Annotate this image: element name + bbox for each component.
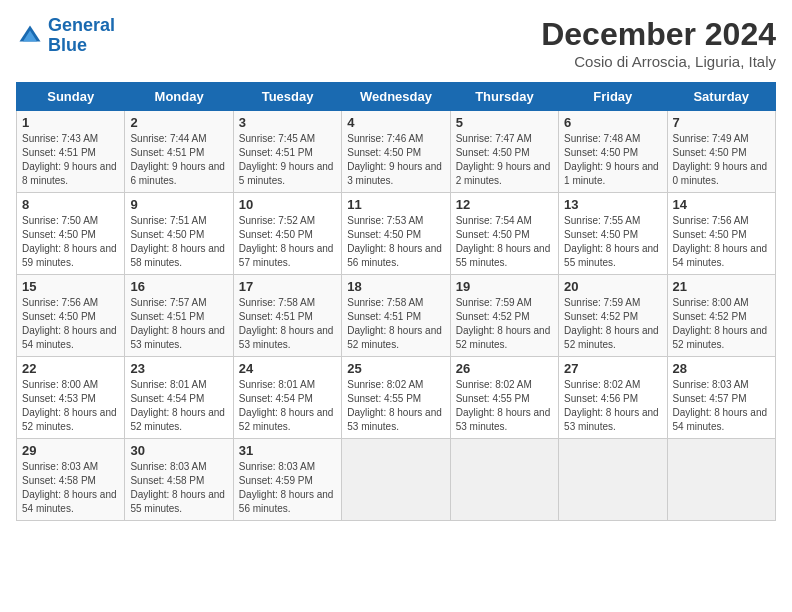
day-number: 1 xyxy=(22,115,119,130)
day-number: 28 xyxy=(673,361,770,376)
calendar-cell: 8 Sunrise: 7:50 AMSunset: 4:50 PMDayligh… xyxy=(17,193,125,275)
day-info: Sunrise: 8:02 AMSunset: 4:55 PMDaylight:… xyxy=(347,379,442,432)
day-number: 19 xyxy=(456,279,553,294)
calendar-cell: 27 Sunrise: 8:02 AMSunset: 4:56 PMDaylig… xyxy=(559,357,667,439)
day-info: Sunrise: 7:47 AMSunset: 4:50 PMDaylight:… xyxy=(456,133,551,186)
day-info: Sunrise: 7:49 AMSunset: 4:50 PMDaylight:… xyxy=(673,133,768,186)
week-row-4: 22 Sunrise: 8:00 AMSunset: 4:53 PMDaylig… xyxy=(17,357,776,439)
calendar-title: December 2024 xyxy=(541,16,776,53)
day-number: 9 xyxy=(130,197,227,212)
calendar-cell: 25 Sunrise: 8:02 AMSunset: 4:55 PMDaylig… xyxy=(342,357,450,439)
calendar-subtitle: Cosio di Arroscia, Liguria, Italy xyxy=(541,53,776,70)
logo-line2: Blue xyxy=(48,35,87,55)
day-info: Sunrise: 7:59 AMSunset: 4:52 PMDaylight:… xyxy=(456,297,551,350)
day-info: Sunrise: 7:55 AMSunset: 4:50 PMDaylight:… xyxy=(564,215,659,268)
day-info: Sunrise: 7:46 AMSunset: 4:50 PMDaylight:… xyxy=(347,133,442,186)
day-info: Sunrise: 8:01 AMSunset: 4:54 PMDaylight:… xyxy=(130,379,225,432)
logo-line1: General xyxy=(48,15,115,35)
calendar-cell: 14 Sunrise: 7:56 AMSunset: 4:50 PMDaylig… xyxy=(667,193,775,275)
day-info: Sunrise: 7:58 AMSunset: 4:51 PMDaylight:… xyxy=(239,297,334,350)
calendar-cell: 31 Sunrise: 8:03 AMSunset: 4:59 PMDaylig… xyxy=(233,439,341,521)
day-info: Sunrise: 8:00 AMSunset: 4:53 PMDaylight:… xyxy=(22,379,117,432)
day-number: 21 xyxy=(673,279,770,294)
col-friday: Friday xyxy=(559,83,667,111)
calendar-cell xyxy=(342,439,450,521)
day-number: 15 xyxy=(22,279,119,294)
calendar-header: Sunday Monday Tuesday Wednesday Thursday… xyxy=(17,83,776,111)
day-info: Sunrise: 8:02 AMSunset: 4:55 PMDaylight:… xyxy=(456,379,551,432)
calendar-cell xyxy=(559,439,667,521)
day-number: 29 xyxy=(22,443,119,458)
day-number: 5 xyxy=(456,115,553,130)
day-number: 31 xyxy=(239,443,336,458)
calendar-cell: 16 Sunrise: 7:57 AMSunset: 4:51 PMDaylig… xyxy=(125,275,233,357)
day-number: 25 xyxy=(347,361,444,376)
col-sunday: Sunday xyxy=(17,83,125,111)
calendar-cell: 23 Sunrise: 8:01 AMSunset: 4:54 PMDaylig… xyxy=(125,357,233,439)
calendar-cell: 24 Sunrise: 8:01 AMSunset: 4:54 PMDaylig… xyxy=(233,357,341,439)
day-number: 4 xyxy=(347,115,444,130)
calendar-cell: 29 Sunrise: 8:03 AMSunset: 4:58 PMDaylig… xyxy=(17,439,125,521)
calendar-cell: 13 Sunrise: 7:55 AMSunset: 4:50 PMDaylig… xyxy=(559,193,667,275)
calendar-cell: 21 Sunrise: 8:00 AMSunset: 4:52 PMDaylig… xyxy=(667,275,775,357)
day-number: 12 xyxy=(456,197,553,212)
calendar-cell: 12 Sunrise: 7:54 AMSunset: 4:50 PMDaylig… xyxy=(450,193,558,275)
calendar-body: 1 Sunrise: 7:43 AMSunset: 4:51 PMDayligh… xyxy=(17,111,776,521)
calendar-cell: 22 Sunrise: 8:00 AMSunset: 4:53 PMDaylig… xyxy=(17,357,125,439)
day-info: Sunrise: 8:03 AMSunset: 4:58 PMDaylight:… xyxy=(130,461,225,514)
calendar-cell: 17 Sunrise: 7:58 AMSunset: 4:51 PMDaylig… xyxy=(233,275,341,357)
day-number: 10 xyxy=(239,197,336,212)
calendar-cell: 3 Sunrise: 7:45 AMSunset: 4:51 PMDayligh… xyxy=(233,111,341,193)
day-info: Sunrise: 8:03 AMSunset: 4:58 PMDaylight:… xyxy=(22,461,117,514)
col-wednesday: Wednesday xyxy=(342,83,450,111)
day-info: Sunrise: 7:53 AMSunset: 4:50 PMDaylight:… xyxy=(347,215,442,268)
day-info: Sunrise: 7:48 AMSunset: 4:50 PMDaylight:… xyxy=(564,133,659,186)
header-row: Sunday Monday Tuesday Wednesday Thursday… xyxy=(17,83,776,111)
calendar-table: Sunday Monday Tuesday Wednesday Thursday… xyxy=(16,82,776,521)
calendar-cell: 30 Sunrise: 8:03 AMSunset: 4:58 PMDaylig… xyxy=(125,439,233,521)
day-number: 17 xyxy=(239,279,336,294)
day-info: Sunrise: 7:51 AMSunset: 4:50 PMDaylight:… xyxy=(130,215,225,268)
day-number: 14 xyxy=(673,197,770,212)
day-number: 2 xyxy=(130,115,227,130)
calendar-cell xyxy=(667,439,775,521)
calendar-cell: 26 Sunrise: 8:02 AMSunset: 4:55 PMDaylig… xyxy=(450,357,558,439)
day-info: Sunrise: 8:01 AMSunset: 4:54 PMDaylight:… xyxy=(239,379,334,432)
calendar-cell: 28 Sunrise: 8:03 AMSunset: 4:57 PMDaylig… xyxy=(667,357,775,439)
col-thursday: Thursday xyxy=(450,83,558,111)
calendar-cell xyxy=(450,439,558,521)
day-info: Sunrise: 7:54 AMSunset: 4:50 PMDaylight:… xyxy=(456,215,551,268)
calendar-cell: 15 Sunrise: 7:56 AMSunset: 4:50 PMDaylig… xyxy=(17,275,125,357)
calendar-cell: 6 Sunrise: 7:48 AMSunset: 4:50 PMDayligh… xyxy=(559,111,667,193)
day-info: Sunrise: 7:44 AMSunset: 4:51 PMDaylight:… xyxy=(130,133,225,186)
calendar-cell: 1 Sunrise: 7:43 AMSunset: 4:51 PMDayligh… xyxy=(17,111,125,193)
day-number: 13 xyxy=(564,197,661,212)
day-info: Sunrise: 7:56 AMSunset: 4:50 PMDaylight:… xyxy=(22,297,117,350)
day-number: 20 xyxy=(564,279,661,294)
col-monday: Monday xyxy=(125,83,233,111)
day-number: 18 xyxy=(347,279,444,294)
week-row-2: 8 Sunrise: 7:50 AMSunset: 4:50 PMDayligh… xyxy=(17,193,776,275)
calendar-cell: 2 Sunrise: 7:44 AMSunset: 4:51 PMDayligh… xyxy=(125,111,233,193)
day-number: 23 xyxy=(130,361,227,376)
day-info: Sunrise: 7:58 AMSunset: 4:51 PMDaylight:… xyxy=(347,297,442,350)
day-info: Sunrise: 8:02 AMSunset: 4:56 PMDaylight:… xyxy=(564,379,659,432)
day-info: Sunrise: 7:59 AMSunset: 4:52 PMDaylight:… xyxy=(564,297,659,350)
day-number: 6 xyxy=(564,115,661,130)
calendar-cell: 18 Sunrise: 7:58 AMSunset: 4:51 PMDaylig… xyxy=(342,275,450,357)
calendar-cell: 11 Sunrise: 7:53 AMSunset: 4:50 PMDaylig… xyxy=(342,193,450,275)
calendar-cell: 5 Sunrise: 7:47 AMSunset: 4:50 PMDayligh… xyxy=(450,111,558,193)
day-info: Sunrise: 8:03 AMSunset: 4:59 PMDaylight:… xyxy=(239,461,334,514)
day-info: Sunrise: 7:52 AMSunset: 4:50 PMDaylight:… xyxy=(239,215,334,268)
week-row-3: 15 Sunrise: 7:56 AMSunset: 4:50 PMDaylig… xyxy=(17,275,776,357)
week-row-1: 1 Sunrise: 7:43 AMSunset: 4:51 PMDayligh… xyxy=(17,111,776,193)
calendar-cell: 9 Sunrise: 7:51 AMSunset: 4:50 PMDayligh… xyxy=(125,193,233,275)
day-info: Sunrise: 7:56 AMSunset: 4:50 PMDaylight:… xyxy=(673,215,768,268)
day-number: 24 xyxy=(239,361,336,376)
day-number: 7 xyxy=(673,115,770,130)
day-number: 30 xyxy=(130,443,227,458)
col-saturday: Saturday xyxy=(667,83,775,111)
day-info: Sunrise: 7:43 AMSunset: 4:51 PMDaylight:… xyxy=(22,133,117,186)
day-info: Sunrise: 7:45 AMSunset: 4:51 PMDaylight:… xyxy=(239,133,334,186)
day-number: 27 xyxy=(564,361,661,376)
